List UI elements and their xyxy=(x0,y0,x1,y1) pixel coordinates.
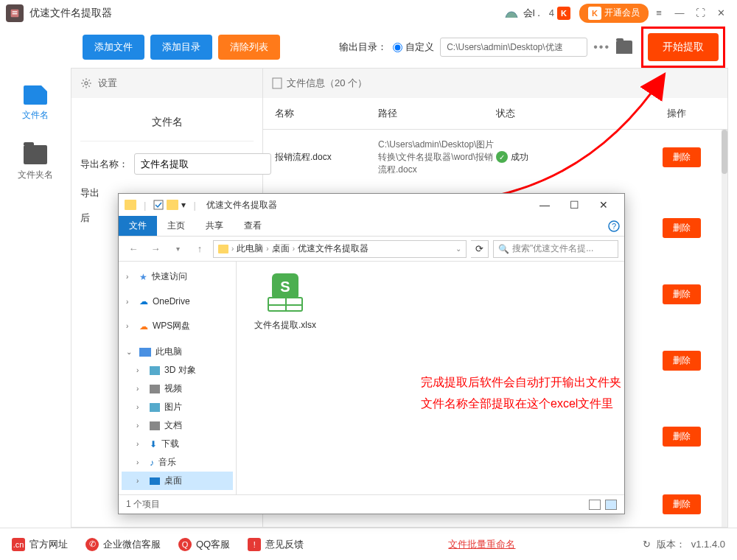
output-dir-group: 输出目录： 自定义 ••• xyxy=(339,38,632,57)
vip-upgrade-button[interactable]: K 开通会员 xyxy=(579,4,649,23)
nav-back-button[interactable]: ← xyxy=(125,240,142,258)
svg-point-3 xyxy=(85,82,88,85)
output-label: 输出目录： xyxy=(339,41,387,54)
explorer-close-button[interactable]: ✕ xyxy=(589,195,618,215)
explorer-minimize-button[interactable]: — xyxy=(530,195,559,215)
titlebar: 优速文件名提取器 会l . 4 K K 开通会员 ≡ — ⛶ ✕ xyxy=(0,0,737,27)
explorer-maximize-button[interactable]: ☐ xyxy=(559,195,589,215)
add-dir-button[interactable]: 添加目录 xyxy=(150,35,212,60)
address-path[interactable]: › 此电脑› 桌面› 优速文件名提取器 ⌄ xyxy=(213,240,467,258)
svg-text:?: ? xyxy=(612,222,616,231)
tree-video[interactable]: ›视频 xyxy=(122,379,233,398)
tab-file[interactable]: 文件 xyxy=(119,216,157,236)
output-custom-radio[interactable]: 自定义 xyxy=(393,41,434,54)
tree-pictures[interactable]: ›图片 xyxy=(122,398,233,416)
delete-button[interactable]: 删除 xyxy=(663,218,701,238)
delete-button[interactable]: 删除 xyxy=(663,494,701,514)
col-op: 操作 xyxy=(584,107,716,120)
delete-button[interactable]: 删除 xyxy=(663,351,701,371)
star-icon: ★ xyxy=(139,272,147,282)
col-path: 路径 xyxy=(378,107,496,120)
explorer-tree: ›★快速访问 ›☁OneDrive ›☁WPS网盘 ⌄此电脑 ›3D 对象 ›视… xyxy=(119,262,237,494)
tree-documents[interactable]: ›文档 xyxy=(122,416,233,435)
menu-button[interactable]: ≡ xyxy=(649,3,669,24)
xlsx-icon: S xyxy=(265,273,306,315)
user-info[interactable]: 会l . xyxy=(504,6,540,21)
feedback-icon: ! xyxy=(248,538,261,551)
sidebar-item-filename[interactable]: 文件名 xyxy=(22,85,49,122)
export-name-row: 导出名称： xyxy=(80,153,254,175)
explorer-help-button[interactable]: ? xyxy=(604,216,624,236)
tree-onedrive[interactable]: ›☁OneDrive xyxy=(122,293,233,309)
sidebar-item-foldername[interactable]: 文件夹名 xyxy=(18,145,53,181)
tab-home[interactable]: 主页 xyxy=(157,216,195,236)
tree-wps[interactable]: ›☁WPS网盘 xyxy=(122,317,233,335)
scrollbar[interactable] xyxy=(722,130,727,527)
pc-icon xyxy=(139,348,151,357)
footer-website-link[interactable]: .cn 官方网址 xyxy=(12,538,68,551)
open-folder-button[interactable] xyxy=(616,41,632,54)
tree-desktop[interactable]: ›桌面 xyxy=(122,472,233,490)
table-header: 名称 路径 状态 操作 xyxy=(263,98,727,130)
file-info-header: 文件信息（20 个） xyxy=(263,69,727,98)
file-item-xlsx[interactable]: S 文件名提取.xlsx xyxy=(248,273,322,332)
output-radio-input[interactable] xyxy=(393,43,402,52)
refresh-button[interactable]: ⟳ xyxy=(471,240,489,258)
maximize-button[interactable]: ⛶ xyxy=(690,3,710,24)
close-button[interactable]: ✕ xyxy=(710,3,731,24)
toolbar: 添加文件 添加目录 清除列表 输出目录： 自定义 ••• 开始提取 xyxy=(0,27,737,68)
explorer-file-pane[interactable]: S 文件名提取.xlsx 完成提取后软件会自动打开输出文件夹 文件名称全部提取在… xyxy=(237,262,624,494)
footer-wecom-link[interactable]: ✆ 企业微信客服 xyxy=(85,538,161,551)
gear-icon xyxy=(80,77,92,89)
qq-icon: Q xyxy=(178,538,192,551)
checkbox-icon[interactable] xyxy=(153,200,164,210)
svg-rect-5 xyxy=(154,200,163,209)
tab-share[interactable]: 共享 xyxy=(195,216,234,236)
footer-feedback-link[interactable]: ! 意见反馈 xyxy=(248,538,304,551)
explorer-search-input[interactable]: 🔍 搜索"优速文件名提... xyxy=(493,240,618,258)
tree-this-pc[interactable]: ⌄此电脑 xyxy=(122,343,233,361)
cell-name: 报销流程.docx xyxy=(275,151,378,164)
delete-button[interactable]: 删除 xyxy=(663,147,701,167)
view-details-button[interactable] xyxy=(589,500,601,510)
nav-history-button[interactable]: ▾ xyxy=(169,240,186,258)
search-icon: 🔍 xyxy=(498,244,509,254)
document-icon xyxy=(150,421,160,430)
folder-icon xyxy=(218,245,228,253)
add-file-button[interactable]: 添加文件 xyxy=(83,35,144,60)
app-icon xyxy=(6,4,24,22)
settings-header: 设置 xyxy=(71,69,262,98)
delete-button[interactable]: 删除 xyxy=(663,284,701,304)
col-status: 状态 xyxy=(496,107,584,120)
refresh-icon[interactable]: ↻ xyxy=(643,539,651,550)
explorer-title: 优速文件名提取器 xyxy=(206,199,277,211)
user-name: 会l . xyxy=(523,7,540,20)
view-icons-button[interactable] xyxy=(605,500,617,510)
picture-icon xyxy=(150,403,160,412)
output-path-input[interactable] xyxy=(440,38,587,57)
tree-3d[interactable]: ›3D 对象 xyxy=(122,361,233,379)
delete-button[interactable]: 删除 xyxy=(663,427,701,447)
start-extract-button[interactable]: 开始提取 xyxy=(648,33,719,61)
browse-dots-button[interactable]: ••• xyxy=(593,41,610,54)
wechat-icon: ✆ xyxy=(85,538,99,551)
tree-downloads[interactable]: ›⬇下载 xyxy=(122,435,233,453)
nav-forward-button[interactable]: → xyxy=(147,240,164,258)
tab-view[interactable]: 查看 xyxy=(234,216,272,236)
footer-qq-link[interactable]: Q QQ客服 xyxy=(178,538,230,551)
minimize-button[interactable]: — xyxy=(669,3,690,24)
cell-status: ✓ 成功 xyxy=(496,151,584,164)
3d-icon xyxy=(150,366,160,375)
tree-quick-access[interactable]: ›★快速访问 xyxy=(122,267,233,286)
nav-up-button[interactable]: ↑ xyxy=(191,240,209,258)
clear-list-button[interactable]: 清除列表 xyxy=(218,35,280,60)
svg-rect-2 xyxy=(13,13,18,14)
annotation-text: 完成提取后软件会自动打开输出文件夹 文件名称全部提取在这个excel文件里 xyxy=(421,372,621,415)
start-highlight-box: 开始提取 xyxy=(641,27,725,68)
footer-rename-link[interactable]: 文件批量重命名 xyxy=(321,538,643,551)
path-dropdown-button[interactable]: ⌄ xyxy=(455,245,461,253)
sidebar: 文件名 文件夹名 xyxy=(0,68,71,528)
tree-music[interactable]: ›♪音乐 xyxy=(122,453,233,472)
folder-icon xyxy=(167,200,178,210)
export-name-input[interactable] xyxy=(134,153,271,175)
